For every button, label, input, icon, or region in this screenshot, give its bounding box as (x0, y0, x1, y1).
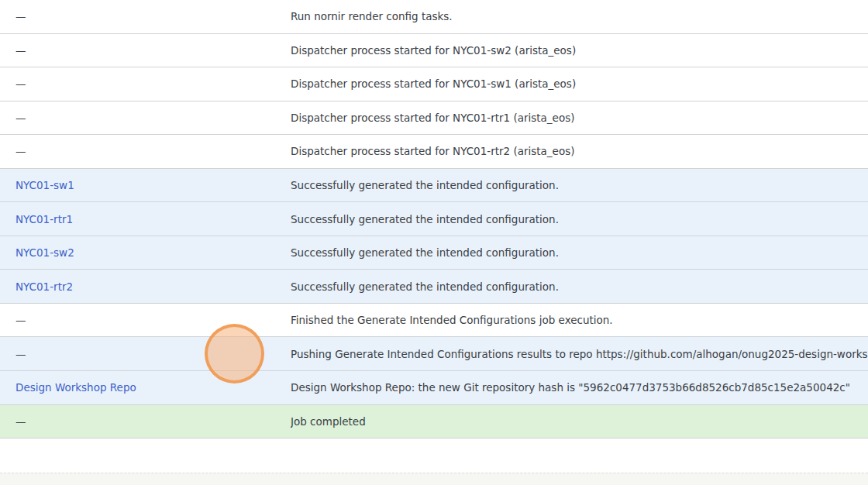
no-object-dash: — (16, 77, 26, 90)
no-object-dash: — (16, 10, 26, 22)
log-message: Successfully generated the intended conf… (291, 213, 868, 225)
log-row: NYC01-rtr2 Successfully generated the in… (0, 270, 868, 304)
log-message: Run nornir render config tasks. (291, 10, 868, 22)
log-row: NYC01-sw2 Successfully generated the int… (0, 236, 868, 270)
log-row: — Dispatcher process started for NYC01-r… (0, 101, 868, 136)
log-message: Successfully generated the intended conf… (291, 246, 868, 259)
log-message: Dispatcher process started for NYC01-rtr… (291, 112, 868, 124)
log-row: — Pushing Generate Intended Configuratio… (0, 337, 868, 371)
log-row: — Job completed (0, 405, 868, 439)
log-message: Successfully generated the intended conf… (291, 179, 868, 191)
log-row: — Dispatcher process started for NYC01-s… (0, 34, 868, 68)
log-message: Dispatcher process started for NYC01-sw2… (291, 44, 868, 57)
log-object-cell: NYC01-sw2 (0, 246, 291, 259)
log-message: Dispatcher process started for NYC01-sw1… (291, 77, 868, 90)
device-link-nyc01-sw1[interactable]: NYC01-sw1 (16, 179, 74, 191)
job-log-table: — Run nornir render config tasks. — Disp… (0, 0, 868, 439)
log-row: — Dispatcher process started for NYC01-r… (0, 135, 868, 169)
device-link-nyc01-rtr2[interactable]: NYC01-rtr2 (16, 280, 73, 293)
log-object-cell: — (0, 314, 291, 326)
log-row: — Run nornir render config tasks. (0, 0, 868, 34)
log-message: Design Workshop Repo: the new Git reposi… (291, 381, 868, 394)
log-row: NYC01-rtr1 Successfully generated the in… (0, 202, 868, 236)
log-message: Pushing Generate Intended Configurations… (291, 348, 868, 360)
no-object-dash: — (16, 314, 26, 326)
log-object-cell: — (0, 44, 291, 57)
log-message: Finished the Generate Intended Configura… (291, 314, 868, 326)
log-row: NYC01-sw1 Successfully generated the int… (0, 169, 868, 203)
log-message: Successfully generated the intended conf… (291, 280, 868, 293)
no-object-dash: — (16, 112, 26, 124)
log-object-cell: NYC01-rtr2 (0, 280, 291, 293)
log-object-cell: NYC01-sw1 (0, 179, 291, 191)
log-message: Job completed (291, 415, 868, 428)
log-message: Dispatcher process started for NYC01-rtr… (291, 145, 868, 157)
no-object-dash: — (16, 145, 26, 157)
log-object-cell: — (0, 10, 291, 22)
log-object-cell: — (0, 145, 291, 157)
log-object-cell: — (0, 112, 291, 124)
footer-divider-strip (0, 473, 868, 485)
no-object-dash: — (16, 415, 26, 428)
no-object-dash: — (16, 44, 26, 57)
log-row: — Dispatcher process started for NYC01-s… (0, 67, 868, 101)
log-object-cell: — (0, 415, 291, 428)
no-object-dash: — (16, 348, 26, 360)
log-object-cell: — (0, 77, 291, 90)
log-row: — Finished the Generate Intended Configu… (0, 304, 868, 338)
device-link-nyc01-rtr1[interactable]: NYC01-rtr1 (16, 213, 73, 225)
log-object-cell: — (0, 348, 291, 360)
device-link-nyc01-sw2[interactable]: NYC01-sw2 (16, 246, 74, 259)
log-row: Design Workshop Repo Design Workshop Rep… (0, 371, 868, 405)
log-object-cell: Design Workshop Repo (0, 381, 291, 394)
log-object-cell: NYC01-rtr1 (0, 213, 291, 225)
repo-link-design-workshop[interactable]: Design Workshop Repo (16, 381, 136, 394)
